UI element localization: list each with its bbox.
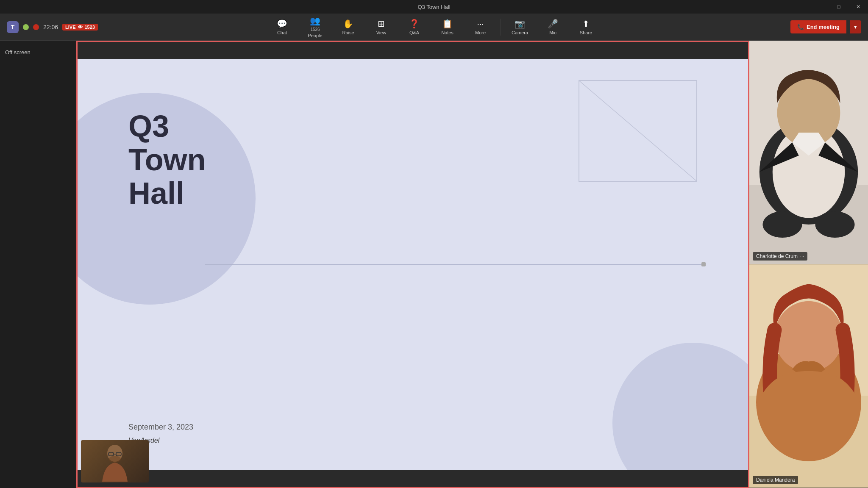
svg-point-13 — [815, 211, 855, 238]
slide-date: September 3, 2023 — [128, 423, 193, 432]
slide-title-line2: Town — [128, 143, 206, 177]
notes-button[interactable]: 📋 Notes — [432, 15, 463, 39]
eye-icon: 👁 — [78, 25, 83, 30]
more-icon: ··· — [477, 19, 484, 29]
svg-point-12 — [763, 211, 802, 238]
mic-button[interactable]: 🎤 Mic — [538, 15, 568, 39]
slide-box — [579, 80, 697, 182]
slide-title-line3: Hall — [128, 177, 206, 210]
video-bg-2 — [749, 264, 868, 488]
teams-logo: T — [7, 21, 19, 33]
viewer-count: 1523 — [85, 25, 95, 30]
maximize-button[interactable]: □ — [829, 0, 849, 14]
view-icon: ⊞ — [378, 19, 385, 29]
chat-button[interactable]: 💬 Chat — [267, 15, 298, 39]
camera-icon: 📷 — [515, 19, 525, 29]
mic-label: Mic — [549, 30, 556, 35]
record-dot — [33, 24, 39, 30]
status-dot — [23, 24, 29, 30]
people-label: People — [308, 33, 322, 38]
qa-label: Q&A — [409, 30, 419, 35]
people-count: 1526 — [310, 27, 320, 32]
slide: Q3 Town Hall September 3, 2023 VanArsdel — [78, 59, 748, 470]
close-button[interactable]: ✕ — [849, 0, 868, 14]
more-button[interactable]: ··· More — [465, 15, 496, 39]
mic-icon: 🎤 — [548, 19, 558, 29]
slide-title: Q3 Town Hall — [128, 110, 206, 211]
charlotte-silhouette — [749, 41, 868, 264]
live-badge: LIVE 👁 1523 — [62, 24, 98, 30]
video-feed-2: Daniela Mandera — [749, 264, 868, 488]
slide-circle-bottom-right — [612, 343, 748, 470]
slide-dot — [701, 262, 706, 266]
video-name-tag-2: Daniela Mandera — [753, 476, 798, 484]
presenter-silhouette — [89, 441, 140, 482]
minimize-button[interactable]: — — [810, 0, 829, 14]
phone-icon: 📞 — [797, 24, 804, 30]
slide-line — [205, 264, 706, 265]
notes-label: Notes — [441, 30, 453, 35]
top-bar-right: 📞 End meeting ▾ — [601, 20, 862, 33]
off-screen-label: Off screen — [5, 49, 71, 55]
raise-label: Raise — [342, 30, 354, 35]
right-sidebar: Charlotte de Crum ··· — [749, 41, 868, 488]
svg-line-0 — [579, 81, 696, 181]
share-icon: ⬆ — [582, 19, 590, 29]
meeting-timer: 22:06 — [43, 24, 58, 30]
end-meeting-chevron[interactable]: ▾ — [850, 20, 861, 33]
share-label: Share — [580, 30, 592, 35]
people-button[interactable]: 👥 1526 People — [300, 15, 331, 39]
window-title: Q3 Town Hall — [417, 4, 450, 10]
notes-icon: 📋 — [442, 19, 453, 29]
qa-icon: ❓ — [409, 19, 420, 29]
title-bar-controls: — □ ✕ — [810, 0, 868, 14]
presenter-avatar — [81, 440, 149, 482]
person-name-2: Daniela Mandera — [756, 477, 795, 483]
divider — [500, 19, 501, 36]
left-sidebar: Off screen — [0, 41, 76, 488]
view-button[interactable]: ⊞ View — [366, 15, 397, 39]
end-meeting-button[interactable]: 📞 End meeting — [790, 20, 846, 33]
main-area: Off screen Q3 Town Hall — [0, 41, 868, 488]
raise-button[interactable]: ✋ Raise — [333, 15, 364, 39]
top-bar-left: T 22:06 LIVE 👁 1523 — [7, 21, 267, 33]
video-feed-1: Charlotte de Crum ··· — [749, 41, 868, 264]
video-name-tag-1: Charlotte de Crum ··· — [753, 252, 807, 261]
camera-button[interactable]: 📷 Camera — [505, 15, 535, 39]
camera-label: Camera — [512, 30, 528, 35]
svg-point-18 — [774, 301, 843, 372]
daniela-silhouette — [749, 264, 868, 488]
chat-icon: 💬 — [277, 19, 287, 29]
more-label: More — [475, 30, 486, 35]
more-options-icon-1[interactable]: ··· — [800, 254, 804, 259]
live-label: LIVE — [65, 25, 75, 30]
people-icon: 👥 — [310, 16, 320, 26]
person-name-1: Charlotte de Crum — [756, 253, 798, 259]
qa-button[interactable]: ❓ Q&A — [399, 15, 430, 39]
share-button[interactable]: ⬆ Share — [571, 15, 601, 39]
title-bar: Q3 Town Hall — □ ✕ — [0, 0, 868, 14]
svg-point-2 — [109, 456, 121, 463]
chat-label: Chat — [277, 30, 287, 35]
video-bg-1 — [749, 41, 868, 264]
center-content: Q3 Town Hall September 3, 2023 VanArsdel — [76, 41, 749, 488]
raise-icon: ✋ — [343, 19, 353, 29]
slide-title-line1: Q3 — [128, 110, 206, 143]
top-bar: T 22:06 LIVE 👁 1523 💬 Chat 👥 1526 People… — [0, 14, 868, 41]
view-label: View — [376, 30, 387, 35]
toolbar: 💬 Chat 👥 1526 People ✋ Raise ⊞ View ❓ Q&… — [267, 15, 601, 39]
slide-box-svg — [579, 81, 696, 181]
presentation-area: Q3 Town Hall September 3, 2023 VanArsdel — [76, 41, 749, 488]
presenter-thumbnail — [81, 440, 149, 482]
end-meeting-label: End meeting — [807, 24, 840, 30]
